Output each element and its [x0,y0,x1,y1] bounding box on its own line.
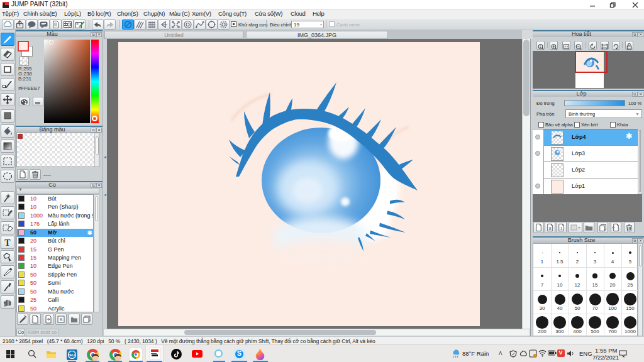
svg-text:8: 8 [549,226,552,231]
svg-text:S: S [60,317,63,322]
svg-text:DELL: DELL [69,354,76,357]
svg-text:1: 1 [540,45,541,48]
svg-text:T: T [4,238,11,248]
svg-text:1: 1 [560,226,563,231]
